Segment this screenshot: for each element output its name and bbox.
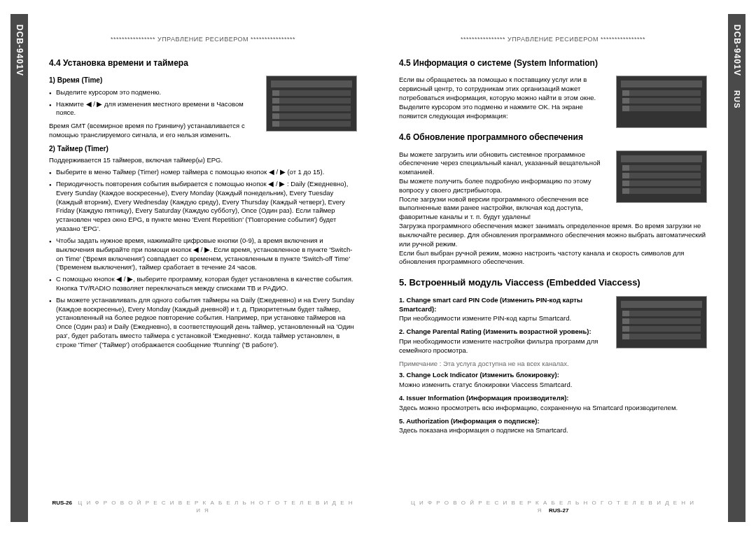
num-item: 5. Authorization (Информация о подписке)… (399, 417, 707, 436)
sub-timer: 2) Таймер (Timer) (49, 144, 357, 154)
screenshot-software-update (616, 150, 707, 203)
page-header-left: **************** УПРАВЛЕНИЕ РЕСИВЕРОМ **… (49, 35, 357, 43)
section-4-5-title: 4.5 Информация о системе (System Informa… (399, 57, 707, 69)
note: Примечание : Эта услуга доступна не на в… (399, 360, 707, 369)
num-title: 5. Authorization (Информация о подписке)… (399, 417, 707, 426)
page-header-right: **************** УПРАВЛЕНИЕ РЕСИВЕРОМ **… (399, 35, 707, 43)
body-text: Поддерживается 15 таймеров, включая тайм… (49, 156, 357, 165)
bullet: Выделите курсором это подменю. (49, 88, 357, 97)
footer-right: Ц И Ф Р О В О Й Р Е С И В Е Р К А Б Е Л … (399, 500, 707, 515)
time-bullets: Выделите курсором это подменю. Нажмите ◀… (49, 88, 357, 118)
page-number-left: RUS-26 (52, 500, 71, 506)
timer-bullets: Выберите в меню Таймер (Timer) номер тай… (49, 168, 357, 349)
footer-left: RUS-26 Ц И Ф Р О В О Й Р Е С И В Е Р К А… (49, 500, 357, 515)
page-right: **************** УПРАВЛЕНИЕ РЕСИВЕРОМ **… (378, 14, 728, 522)
lang-tab: RUS (733, 90, 741, 108)
footer-text: Ц И Ф Р О В О Й Р Е С И В Е Р К А Б Е Л … (78, 500, 354, 514)
bullet: Периодичность повторения события выбирае… (49, 180, 357, 234)
page-number-right: RUS-27 (549, 507, 568, 514)
bullet: Вы можете устанавливать для одного событ… (49, 296, 357, 350)
right-content: 4.5 Информация о системе (System Informa… (399, 57, 707, 439)
num-title: 4. Issuer Information (Информация произв… (399, 394, 707, 403)
body-text: Загрузка программного обеспечения может … (399, 222, 707, 248)
bullet: С помощью кнопок ◀ / ▶, выберите програм… (49, 275, 357, 293)
bullet: Выберите в меню Таймер (Timer) номер тай… (49, 168, 357, 177)
screenshot-viaccess (616, 296, 707, 348)
page-wrap: DCB-9401V **************** УПРАВЛЕНИЕ РЕ… (0, 0, 756, 543)
side-model-tab-left: DCB-9401V (10, 14, 28, 522)
section-5-title: 5. Встроенный модуль Viaccess (Embedded … (399, 276, 707, 289)
section-4-4-title: 4.4 Установка времени и таймера (49, 57, 357, 69)
screenshot-system-info (616, 76, 707, 128)
num-body: Можно изменить статус блокировки Viacces… (399, 381, 707, 390)
side-model-tab-right: DCB-9401VRUS (728, 14, 746, 522)
num-title: 3. Change Lock Indicator (Изменить блоки… (399, 371, 707, 380)
section-4-6-title: 4.6 Обновление программного обеспечения (399, 132, 707, 143)
body-text: Если был выбран ручной режим, можно наст… (399, 249, 707, 267)
left-content: 4.4 Установка времени и таймера 1) Время… (49, 57, 357, 354)
page-left: **************** УПРАВЛЕНИЕ РЕСИВЕРОМ **… (28, 14, 378, 522)
num-item: 3. Change Lock Indicator (Изменить блоки… (399, 371, 707, 390)
num-item: 4. Issuer Information (Информация произв… (399, 394, 707, 413)
bullet: Нажмите ◀ / ▶ для изменения местного вре… (49, 100, 357, 118)
num-body: Здесь можно просмотреть всю информацию, … (399, 404, 707, 413)
bullet: Чтобы задать нужное время, нажимайте циф… (49, 237, 357, 272)
num-body: Здесь показана информация о подписке на … (399, 426, 707, 435)
